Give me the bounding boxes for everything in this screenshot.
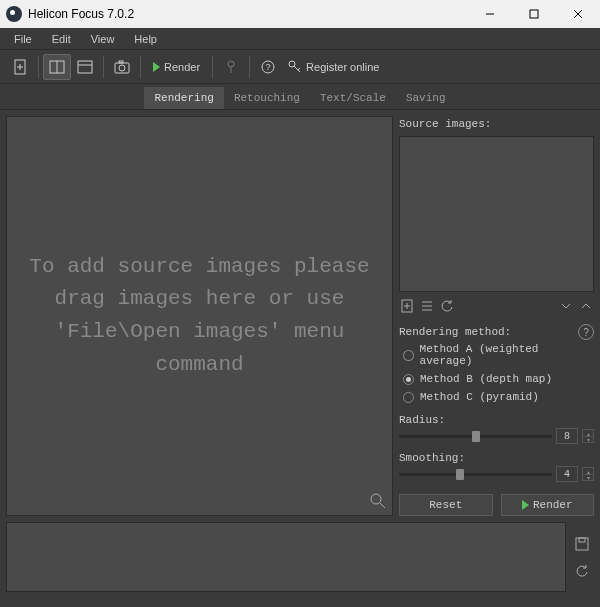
tab-saving[interactable]: Saving <box>396 87 456 109</box>
method-b-radio[interactable]: Method B (depth map) <box>399 370 594 388</box>
key-icon <box>288 60 302 74</box>
output-strip[interactable] <box>6 522 566 592</box>
menu-view[interactable]: View <box>81 30 125 48</box>
radius-slider[interactable] <box>399 435 552 438</box>
radio-icon <box>403 374 414 385</box>
method-a-label: Method A (weighted average) <box>420 343 590 367</box>
new-file-icon[interactable] <box>6 54 34 80</box>
chevron-down-icon[interactable] <box>558 298 574 314</box>
toolbar: Render ? Register online <box>0 50 600 84</box>
reset-button[interactable]: Reset <box>399 494 493 516</box>
register-online-link[interactable]: Register online <box>282 58 385 76</box>
action-buttons: Reset Render <box>399 494 594 516</box>
radius-value[interactable]: 8 <box>556 428 578 444</box>
svg-line-22 <box>380 503 385 508</box>
radio-icon <box>403 350 414 361</box>
menu-help[interactable]: Help <box>124 30 167 48</box>
radius-section: Radius: 8 ▴ ▾ <box>399 414 594 444</box>
tab-textscale[interactable]: Text/Scale <box>310 87 396 109</box>
smoothing-spinner[interactable]: ▴ ▾ <box>582 467 594 481</box>
render-button-main[interactable]: Render <box>501 494 595 516</box>
preview-panel[interactable]: To add source images please drag images … <box>6 116 393 516</box>
method-a-radio[interactable]: Method A (weighted average) <box>399 340 594 370</box>
app-icon <box>6 6 22 22</box>
svg-point-14 <box>228 61 234 67</box>
refresh-output-icon[interactable] <box>574 563 590 579</box>
svg-rect-29 <box>576 538 588 550</box>
add-file-icon[interactable] <box>399 298 415 314</box>
layout-single-icon[interactable] <box>71 54 99 80</box>
rendering-method-label: Rendering method: <box>399 326 578 338</box>
svg-rect-30 <box>579 538 585 542</box>
smoothing-value[interactable]: 4 <box>556 466 578 482</box>
tabbar: Rendering Retouching Text/Scale Saving <box>0 84 600 110</box>
smoothing-label: Smoothing: <box>399 452 594 464</box>
output-side-controls <box>570 522 594 592</box>
tab-rendering[interactable]: Rendering <box>144 87 223 109</box>
render-button[interactable]: Render <box>145 59 208 75</box>
right-panel: Source images: Rendering method: ? Metho… <box>399 116 594 516</box>
refresh-icon[interactable] <box>439 298 455 314</box>
layout-split-icon[interactable] <box>43 54 71 80</box>
radius-spinner[interactable]: ▴ ▾ <box>582 429 594 443</box>
chevron-up-icon[interactable] <box>578 298 594 314</box>
svg-rect-13 <box>119 61 123 63</box>
method-b-label: Method B (depth map) <box>420 373 552 385</box>
register-label: Register online <box>306 61 379 73</box>
method-help-icon[interactable]: ? <box>578 324 594 340</box>
method-c-label: Method C (pyramid) <box>420 391 539 403</box>
reset-label: Reset <box>429 499 462 511</box>
titlebar: Helicon Focus 7.0.2 <box>0 0 600 28</box>
maximize-button[interactable] <box>512 0 556 28</box>
rendering-method-section: Rendering method: ? Method A (weighted a… <box>399 324 594 406</box>
zoom-icon[interactable] <box>370 493 386 509</box>
close-button[interactable] <box>556 0 600 28</box>
smoothing-slider[interactable] <box>399 473 552 476</box>
source-images-label: Source images: <box>399 116 594 132</box>
svg-text:?: ? <box>266 62 271 72</box>
play-icon <box>522 500 529 510</box>
render-label: Render <box>164 61 200 73</box>
window-title: Helicon Focus 7.0.2 <box>28 7 468 21</box>
pin-icon[interactable] <box>217 54 245 80</box>
minimize-button[interactable] <box>468 0 512 28</box>
svg-rect-9 <box>78 61 92 73</box>
spin-up-icon[interactable]: ▴ <box>582 467 594 474</box>
smoothing-section: Smoothing: 4 ▴ ▾ <box>399 452 594 482</box>
spin-down-icon[interactable]: ▾ <box>582 474 594 481</box>
menu-edit[interactable]: Edit <box>42 30 81 48</box>
svg-rect-1 <box>530 10 538 18</box>
render-label: Render <box>533 499 573 511</box>
play-icon <box>153 62 160 72</box>
spin-up-icon[interactable]: ▴ <box>582 429 594 436</box>
menu-file[interactable]: File <box>4 30 42 48</box>
camera-icon[interactable] <box>108 54 136 80</box>
svg-point-21 <box>371 494 381 504</box>
tab-retouching[interactable]: Retouching <box>224 87 310 109</box>
svg-line-20 <box>298 68 300 70</box>
source-images-list[interactable] <box>399 136 594 292</box>
source-controls <box>399 296 594 316</box>
save-icon[interactable] <box>574 536 590 552</box>
help-icon[interactable]: ? <box>254 54 282 80</box>
placeholder-text: To add source images please drag images … <box>29 251 370 381</box>
menubar: File Edit View Help <box>0 28 600 50</box>
method-c-radio[interactable]: Method C (pyramid) <box>399 388 594 406</box>
spin-down-icon[interactable]: ▾ <box>582 436 594 443</box>
radius-label: Radius: <box>399 414 594 426</box>
list-icon[interactable] <box>419 298 435 314</box>
radio-icon <box>403 392 414 403</box>
svg-point-12 <box>119 65 125 71</box>
content-area: To add source images please drag images … <box>0 110 600 522</box>
